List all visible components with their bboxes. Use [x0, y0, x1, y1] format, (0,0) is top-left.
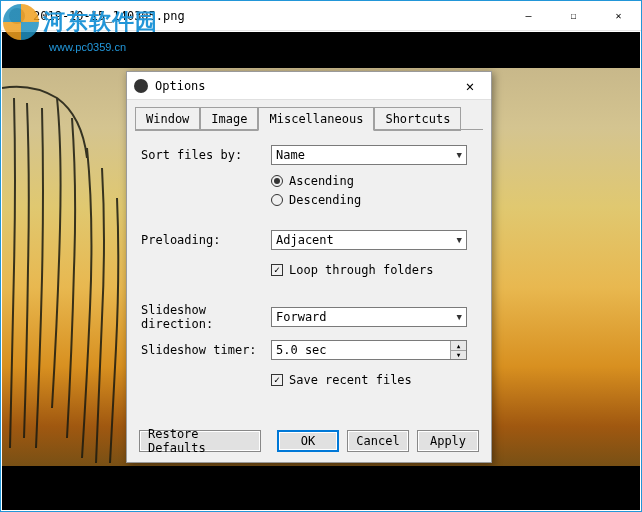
chevron-down-icon: ▼ [457, 312, 462, 322]
chevron-down-icon: ▼ [457, 235, 462, 245]
tab-window[interactable]: Window [135, 107, 200, 131]
dialog-title: Options [155, 79, 449, 93]
dialog-close-button[interactable]: ✕ [449, 72, 491, 100]
restore-defaults-button[interactable]: Restore Defaults [139, 430, 261, 452]
close-button[interactable]: ✕ [596, 1, 641, 31]
minimize-button[interactable]: — [506, 1, 551, 31]
checkbox-loop[interactable]: ✓ Loop through folders [271, 263, 477, 277]
dialog-buttons: Restore Defaults OK Cancel Apply [127, 430, 491, 452]
radio-icon [271, 194, 283, 206]
spinner-down-icon[interactable]: ▼ [451, 351, 466, 360]
watermark: 河东软件园 [3, 3, 203, 41]
tab-miscellaneous[interactable]: Miscellaneous [258, 107, 374, 131]
options-dialog: Options ✕ Window Image Miscellaneous Sho… [126, 71, 492, 463]
slideshow-dir-label: Slideshow direction: [141, 303, 271, 331]
main-window: 2019-10-15_140305.png — ☐ ✕ [0, 0, 642, 512]
spinner-up-icon[interactable]: ▲ [451, 341, 466, 351]
chevron-down-icon: ▼ [457, 150, 462, 160]
radio-ascending[interactable]: Ascending [271, 174, 477, 188]
check-icon: ✓ [271, 374, 283, 386]
apply-button[interactable]: Apply [417, 430, 479, 452]
watermark-text: 河东软件园 [43, 7, 158, 37]
sort-select[interactable]: Name ▼ [271, 145, 467, 165]
tab-panel-miscellaneous: Sort files by: Name ▼ Ascending [127, 130, 491, 407]
radio-icon [271, 175, 283, 187]
slideshow-dir-value: Forward [276, 310, 327, 324]
slideshow-dir-select[interactable]: Forward ▼ [271, 307, 467, 327]
loop-label: Loop through folders [289, 263, 434, 277]
radio-descending[interactable]: Descending [271, 193, 477, 207]
check-icon: ✓ [271, 264, 283, 276]
slideshow-timer-value: 5.0 sec [272, 341, 450, 359]
preloading-label: Preloading: [141, 233, 271, 247]
sort-value: Name [276, 148, 305, 162]
sort-label: Sort files by: [141, 148, 271, 162]
preloading-select[interactable]: Adjacent ▼ [271, 230, 467, 250]
maximize-button[interactable]: ☐ [551, 1, 596, 31]
ok-button[interactable]: OK [277, 430, 339, 452]
save-recent-label: Save recent files [289, 373, 412, 387]
dialog-titlebar: Options ✕ [127, 72, 491, 100]
tabs: Window Image Miscellaneous Shortcuts [127, 100, 491, 130]
preloading-value: Adjacent [276, 233, 334, 247]
watermark-url: www.pc0359.cn [49, 41, 126, 53]
watermark-logo-icon [3, 4, 39, 40]
slideshow-timer-input[interactable]: 5.0 sec ▲ ▼ [271, 340, 467, 360]
dialog-icon [134, 79, 148, 93]
cancel-button[interactable]: Cancel [347, 430, 409, 452]
checkbox-save-recent[interactable]: ✓ Save recent files [271, 373, 477, 387]
radio-ascending-label: Ascending [289, 174, 354, 188]
slideshow-timer-label: Slideshow timer: [141, 343, 271, 357]
tab-shortcuts[interactable]: Shortcuts [374, 107, 461, 131]
tab-image[interactable]: Image [200, 107, 258, 131]
radio-descending-label: Descending [289, 193, 361, 207]
